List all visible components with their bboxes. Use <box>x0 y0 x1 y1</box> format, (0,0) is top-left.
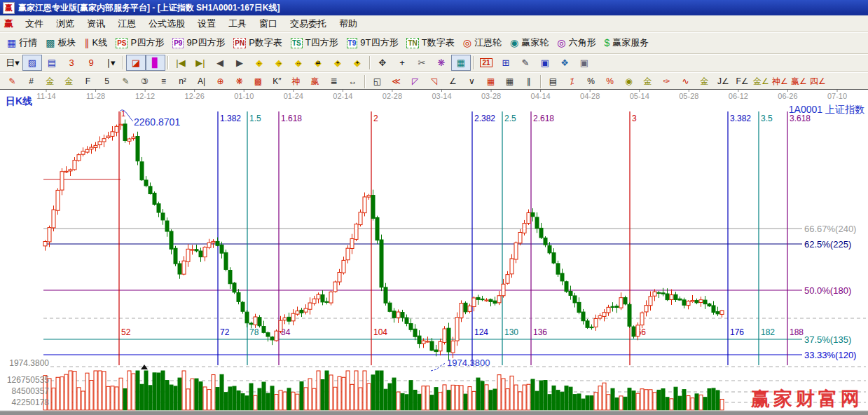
chart-values-button[interactable]: ▤ <box>544 74 563 89</box>
compass-circle-button[interactable]: ⊕ <box>211 74 230 89</box>
menu-item-8[interactable]: 交易委托 <box>284 17 333 30</box>
v-lines-button[interactable]: ∨ <box>462 74 481 89</box>
toolbar-button-t-square[interactable]: TST四方形 <box>287 35 343 50</box>
cut-tool-button[interactable]: ✂ <box>412 55 432 71</box>
notepad-button[interactable]: ✎ <box>516 55 535 71</box>
k-mark-button[interactable]: K″ <box>268 74 287 89</box>
workstation-button[interactable]: ▣ <box>574 55 594 71</box>
percent-line-button[interactable]: % <box>600 74 619 89</box>
toolbar-button-winner-wheel[interactable]: ◉赢家轮 <box>506 35 553 50</box>
win-lines-button[interactable]: 赢 <box>305 74 324 89</box>
diamond-expand-h-button[interactable]: ◆↔ <box>289 55 308 71</box>
calculator-button[interactable]: ⊞ <box>496 55 516 71</box>
toolbar-button-gann-wheel[interactable]: ◎江恩轮 <box>459 35 506 50</box>
j-angle-button[interactable]: J∠ <box>714 74 733 89</box>
chart-area[interactable]: 11-1411-2812-1212-2601-1001-2402-1402-28… <box>0 89 868 415</box>
kline-period-dropdown-button[interactable]: 日▾ <box>3 55 22 71</box>
menu-item-3[interactable]: 江恩 <box>111 17 142 30</box>
web-tool-button[interactable]: ❋ <box>432 55 451 71</box>
info-document-button[interactable]: ▤ <box>42 55 62 71</box>
gold-split-1-button[interactable]: 金 <box>41 74 60 89</box>
wave-box-button[interactable]: ∿ <box>676 74 695 89</box>
cycle-5-lines-button[interactable]: 5 <box>97 74 116 89</box>
app-icon[interactable]: 赢 <box>3 2 15 14</box>
shen-lines-button[interactable]: 神 <box>287 74 305 89</box>
menu-item-7[interactable]: 窗口 <box>253 17 284 30</box>
menu-item-1[interactable]: 浏览 <box>50 17 81 30</box>
toolbar-button-9p-square[interactable]: P99P四方形 <box>168 35 229 50</box>
step-back-button[interactable]: ◀ <box>210 55 230 71</box>
volume-bar <box>317 371 320 410</box>
shen-angle-button[interactable]: 神∠ <box>771 74 790 89</box>
percent-plain-button[interactable]: % <box>581 74 600 89</box>
box-tool-button[interactable]: ◱ <box>368 74 387 89</box>
n-square-lines-button[interactable]: n² <box>173 74 192 89</box>
chart-pattern-toggle-button[interactable]: ▨ <box>22 55 42 71</box>
toolbar-button-sectors[interactable]: ▩板块 <box>41 35 80 50</box>
width-arrow-button[interactable]: ↔ <box>343 74 362 89</box>
diamond-right-button[interactable]: ◆→ <box>269 55 289 71</box>
toolbar-button-kline[interactable]: ∥K线 <box>80 35 111 50</box>
skip-to-end-button[interactable]: ▶| <box>191 55 210 71</box>
zigzag-pattern-button[interactable]: ◪ <box>126 55 146 71</box>
spider-web-button[interactable]: ❋ <box>230 74 249 89</box>
kline-chart[interactable]: 11-1411-2812-1212-2601-1001-2402-1402-28… <box>0 90 868 415</box>
toolbar-button-9t-square[interactable]: T99T四方形 <box>343 35 403 50</box>
nine-bars-button[interactable]: 9 <box>81 55 101 71</box>
save-web-button[interactable]: ❖ <box>555 55 574 71</box>
gold-split-2-button[interactable]: 金 <box>60 74 78 89</box>
calendar-21-button[interactable]: 21 <box>476 55 496 71</box>
dark-grid-button[interactable]: ▦ <box>500 74 519 89</box>
toolbar-button-winner-service[interactable]: $赢家服务 <box>600 35 653 50</box>
gann-fan-red-button[interactable]: ≪ <box>387 74 406 89</box>
toolbar-button-p-number-table[interactable]: PNP数字表 <box>229 35 287 50</box>
menu-item-2[interactable]: 资讯 <box>81 17 111 30</box>
histogram-style-button[interactable]: ▊ <box>146 55 165 71</box>
three-bars-button[interactable]: 3 <box>62 55 81 71</box>
toolbar-button-hexagon[interactable]: ◎六角形 <box>553 35 600 50</box>
f-angle-button[interactable]: F∠ <box>733 74 752 89</box>
boxed-web-button[interactable]: ▩ <box>249 74 268 89</box>
trend-pencil-button[interactable]: ✎ <box>3 74 22 89</box>
black-fan-button[interactable]: ∠ <box>443 74 462 89</box>
pencil-2-button[interactable]: ✎ <box>116 74 135 89</box>
hash-lines-button[interactable]: ≡ <box>154 74 173 89</box>
menu-item-5[interactable]: 设置 <box>191 17 222 30</box>
fibonacci-lines-button[interactable]: F <box>78 74 97 89</box>
gold-circle-button[interactable]: ◉ <box>619 74 638 89</box>
skip-to-start-button[interactable]: |◀ <box>171 55 191 71</box>
gold-hline-button[interactable]: 金 <box>638 74 657 89</box>
crosshair-tool-button[interactable]: + <box>392 55 412 71</box>
ruler-123-button[interactable]: ≣ <box>324 74 343 89</box>
red-grid-button[interactable]: ▦ <box>481 74 500 89</box>
slant-lines-button[interactable]: ∥ <box>519 74 538 89</box>
brush-tool-button[interactable]: ✑ <box>657 74 676 89</box>
menu-item-0[interactable]: 文件 <box>19 17 50 30</box>
menu-item-6[interactable]: 工具 <box>222 17 253 30</box>
candle-style-dropdown-button[interactable]: ∣▾ <box>101 55 120 71</box>
circle-3-tool-button[interactable]: ③ <box>135 74 154 89</box>
percent-marked-button[interactable]: ⁒ <box>563 74 581 89</box>
toolbar-button-quotes[interactable]: ▦行情 <box>3 35 41 50</box>
percent-lines-button[interactable]: # <box>22 74 41 89</box>
angle-mirror-button[interactable]: A| <box>192 74 211 89</box>
diamond-compress-all-button[interactable]: ◆+ <box>347 55 367 71</box>
step-forward-button[interactable]: ▶ <box>230 55 249 71</box>
menu-item-4[interactable]: 公式选股 <box>142 17 191 30</box>
toolbar-button-p-square[interactable]: PSP四方形 <box>111 35 168 50</box>
maze-tool-button[interactable]: ▦ <box>451 55 471 71</box>
diamond-expand-all-button[interactable]: ◆+ <box>328 55 347 71</box>
hand-tool-button[interactable]: ✥ <box>373 55 392 71</box>
diamond-left-button[interactable]: ◆← <box>249 55 269 71</box>
fan-box-purple-button[interactable]: ◸ <box>406 74 425 89</box>
save-button[interactable]: ▣ <box>535 55 555 71</box>
gold-box-button[interactable]: 金 <box>695 74 714 89</box>
fan-box-red-button[interactable]: ◹ <box>425 74 443 89</box>
toolbar-button-t-number-table[interactable]: TNT数字表 <box>402 35 458 50</box>
candle-body <box>497 296 501 303</box>
four-angle-button[interactable]: 四∠ <box>808 74 827 89</box>
gold-angle-button[interactable]: 金∠ <box>752 74 771 89</box>
diamond-compress-h-button[interactable]: ◆⇄ <box>308 55 328 71</box>
win-angle-button[interactable]: 赢∠ <box>790 74 808 89</box>
menu-item-9[interactable]: 帮助 <box>333 17 364 30</box>
